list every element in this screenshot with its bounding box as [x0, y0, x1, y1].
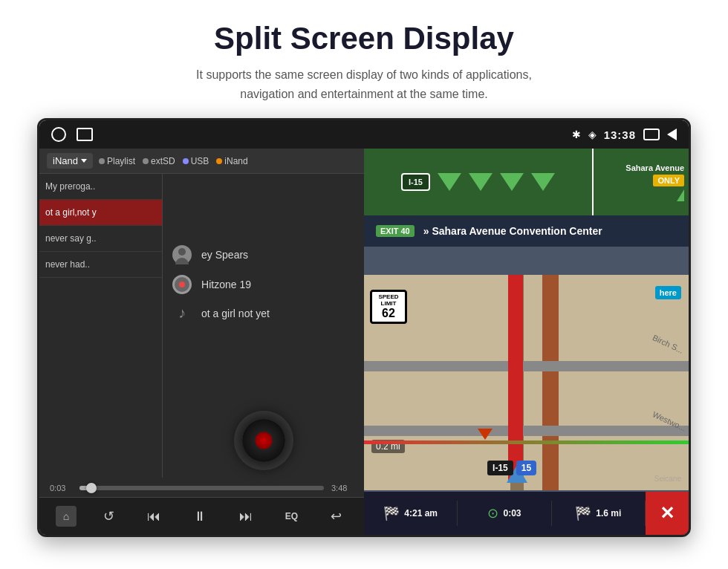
pause-icon: ⏸ — [193, 509, 207, 524]
nav-instruction: EXIT 40 » Sahara Avenue Convention Cente… — [364, 215, 689, 247]
status-bar: ✱ ◈ 13:38 — [39, 120, 689, 149]
checkered-flag-2-icon: 🏁 — [575, 505, 591, 521]
nav-bottom-bar: 🏁 4:21 am ⊙ 0:03 🏁 1.6 mi ✕ — [364, 492, 689, 535]
album-name: Hitzone 19 — [201, 279, 251, 290]
nav-eta-info: 4:21 am — [404, 508, 438, 518]
diagonal-arrow — [677, 189, 684, 201]
nav-time-item: ⊙ 0:03 — [458, 501, 551, 526]
playlist-item-active[interactable]: ot a girl,not y — [39, 200, 162, 226]
status-left-icons — [51, 127, 93, 142]
progress-bar[interactable] — [79, 486, 324, 490]
eq-label: EQ — [285, 511, 298, 521]
back-button[interactable]: ↩ — [325, 505, 348, 527]
home-icon: ⌂ — [63, 510, 69, 522]
split-screen: iNand Playlist extSD USB iNand — [39, 149, 689, 535]
disc-icon — [172, 275, 192, 294]
artist-name: ey Spears — [201, 249, 248, 261]
controls-bar: ⌂ ↺ ⏮ ⏸ ⏭ EQ ↩ — [39, 497, 364, 535]
source-dropdown[interactable]: iNand — [47, 153, 93, 169]
close-x-icon: ✕ — [660, 503, 675, 524]
distance-remaining: 1.6 mi — [596, 508, 621, 518]
artist-row: ey Spears — [172, 245, 355, 264]
arrow-down-3 — [500, 173, 524, 191]
time-current: 0:03 — [50, 484, 72, 492]
next-button[interactable]: ⏭ — [233, 506, 259, 527]
time-display: 13:38 — [604, 129, 636, 141]
prev-button[interactable]: ⏮ — [141, 506, 166, 527]
page-subtitle: It supports the same screen display of t… — [45, 65, 683, 103]
time-total: 3:48 — [331, 484, 354, 492]
shield-15: 15 — [516, 461, 536, 475]
arrow-down-2 — [469, 173, 493, 191]
back-icon: ↩ — [331, 508, 342, 524]
music-content: My preroga.. ot a girl,not y never say g… — [39, 174, 364, 478]
source-options: Playlist extSD USB iNand — [99, 156, 248, 166]
map-body: SPEEDLIMIT 62 here Birch S... Westwo... … — [364, 275, 689, 490]
status-right-info: ✱ ◈ 13:38 — [572, 129, 677, 141]
repeat-button[interactable]: ↺ — [97, 505, 120, 527]
nav-map: I-15 Sahara Avenue ONLY — [364, 149, 689, 535]
usb-dot — [183, 158, 189, 164]
nav-dist-item: 🏁 1.6 mi — [552, 501, 646, 526]
song-name: ot a girl not yet — [201, 308, 270, 319]
note-icon: ♪ — [178, 305, 186, 322]
red-triangle-bottom — [478, 429, 493, 440]
bluetooth-icon: ✱ — [572, 129, 581, 140]
nav-panel: I-15 Sahara Avenue ONLY — [364, 149, 689, 535]
song-icon: ♪ — [172, 305, 192, 322]
playlist: My preroga.. ot a girl,not y never say g… — [39, 174, 163, 478]
circle-icon — [51, 127, 66, 142]
time-remaining: 0:03 — [503, 508, 521, 518]
page-title: Split Screen Display — [45, 21, 683, 56]
artist-icon — [172, 245, 192, 264]
extsd-dot — [143, 158, 149, 164]
source-playlist[interactable]: Playlist — [99, 156, 135, 166]
highway-sign-right: Sahara Avenue ONLY — [592, 149, 689, 215]
source-inand[interactable]: iNand — [216, 156, 247, 166]
source-extsd[interactable]: extSD — [143, 156, 175, 166]
album-row: Hitzone 19 — [172, 275, 355, 294]
source-usb[interactable]: USB — [183, 156, 209, 166]
vinyl-disc — [234, 411, 293, 470]
page-header: Split Screen Display It supports the sam… — [0, 0, 728, 118]
exit-badge: EXIT 40 — [376, 225, 415, 237]
arrow-down-4 — [531, 173, 555, 191]
next-icon: ⏭ — [239, 509, 253, 524]
red-route — [508, 275, 523, 483]
music-panel: iNand Playlist extSD USB iNand — [39, 149, 364, 535]
red-arrow-bottom — [364, 440, 689, 444]
person-icon — [172, 245, 192, 264]
location-icon: ◈ — [588, 129, 597, 140]
progress-area: 0:03 3:48 — [39, 478, 364, 497]
arrow-down-1 — [438, 173, 461, 191]
screen-icon — [643, 129, 660, 140]
inand-dot — [216, 158, 222, 164]
playlist-dot — [99, 158, 105, 164]
player-info: ey Spears Hitzone 19 ♪ — [163, 174, 364, 403]
i15-badge: I-15 15 — [487, 461, 536, 475]
song-row: ♪ ot a girl not yet — [172, 305, 355, 322]
playlist-item[interactable]: never say g.. — [39, 226, 162, 252]
nav-eta-item: 🏁 4:21 am — [364, 501, 458, 526]
playlist-item[interactable]: never had.. — [39, 252, 162, 278]
player-main: ey Spears Hitzone 19 ♪ — [163, 174, 364, 478]
nav-instruction-text: » Sahara Avenue Convention Center — [423, 224, 602, 238]
device-frame: ✱ ◈ 13:38 iNand Playlist ext — [37, 118, 691, 537]
checkered-flag-icon: 🏁 — [383, 505, 400, 521]
home-button[interactable]: ⌂ — [56, 506, 77, 527]
playlist-item[interactable]: My preroga.. — [39, 174, 162, 200]
pause-button[interactable]: ⏸ — [187, 506, 212, 527]
source-label: iNand — [53, 155, 78, 166]
prev-icon: ⏮ — [147, 509, 160, 524]
sahara-avenue-text: Sahara Avenue — [625, 163, 684, 172]
eta-text: 4:21 am — [404, 508, 438, 518]
clock-icon: ⊙ — [487, 505, 498, 521]
watermark: Seicane — [654, 475, 681, 483]
vinyl-container — [163, 403, 364, 478]
back-button-icon[interactable] — [667, 129, 677, 140]
progress-thumb[interactable] — [86, 483, 97, 493]
close-nav-button[interactable]: ✕ — [646, 492, 689, 535]
eq-button[interactable]: EQ — [279, 508, 304, 524]
i15-text: I-15 — [487, 461, 513, 475]
image-icon — [77, 128, 93, 141]
